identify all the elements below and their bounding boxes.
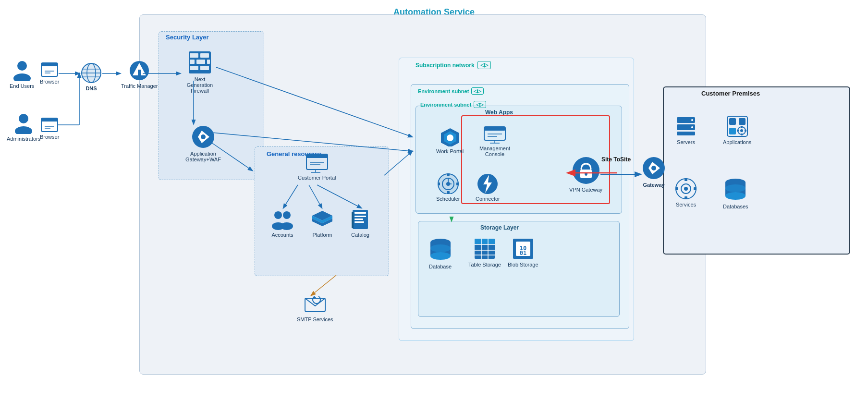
svg-rect-114 <box>685 178 687 181</box>
site-to-site-label: Site ToSite <box>601 156 631 163</box>
blob-storage-label: Blob Storage <box>508 262 538 267</box>
work-portal-label: Work Portal <box>436 148 464 154</box>
svg-point-0 <box>17 61 27 71</box>
platform-node: Platform <box>311 209 333 238</box>
browser1-icon <box>41 62 58 77</box>
browser1-node: Browser <box>40 62 59 85</box>
end-users-icon <box>12 60 32 81</box>
accounts-icon <box>271 209 293 230</box>
svg-rect-24 <box>200 53 209 58</box>
vpn-gateway-node: VPN Gateway <box>569 156 602 193</box>
scheduler-icon <box>437 173 459 194</box>
svg-point-118 <box>684 187 688 191</box>
svg-rect-47 <box>355 212 366 214</box>
browser2-label: Browser <box>40 134 59 140</box>
subscription-network-label: Subscription network ◁▷ <box>416 61 491 69</box>
app-gateway-icon <box>191 125 215 149</box>
svg-point-42 <box>281 222 293 230</box>
applications-label: Applications <box>723 139 751 145</box>
catalog-icon <box>351 209 370 230</box>
table-storage-icon <box>474 238 496 260</box>
svg-rect-29 <box>200 66 209 70</box>
svg-point-32 <box>201 134 206 139</box>
accounts-node: Accounts <box>271 209 293 238</box>
services-icon <box>675 178 697 200</box>
customer-portal-icon <box>306 154 328 173</box>
next-gen-firewall-node: Next Generation Firewall <box>181 50 219 94</box>
dns-node: DNS <box>81 62 102 91</box>
servers-node: Servers <box>675 115 697 145</box>
work-portal-icon <box>439 127 461 146</box>
databases-node: Databases <box>723 178 748 209</box>
management-console-node: Management Console <box>476 126 514 157</box>
customer-portal-label: Customer Portal <box>298 175 336 181</box>
applications-icon <box>726 115 748 137</box>
browser2-icon <box>41 118 58 132</box>
smtp-services-label: SMTP Services <box>297 316 333 322</box>
management-console-icon <box>484 126 506 144</box>
vpn-gateway-icon <box>572 156 600 185</box>
security-layer-label: Security Layer <box>166 34 209 41</box>
svg-rect-26 <box>196 60 205 64</box>
svg-rect-111 <box>729 128 736 134</box>
svg-point-21 <box>138 66 141 69</box>
servers-icon <box>675 115 697 137</box>
svg-rect-110 <box>745 130 746 132</box>
administrators-label: Administrators <box>7 136 40 142</box>
customer-premises-label: Customer Premises <box>701 90 760 97</box>
platform-icon <box>311 209 333 230</box>
svg-rect-50 <box>355 221 364 223</box>
svg-rect-28 <box>190 66 198 70</box>
svg-rect-65 <box>447 191 450 194</box>
table-storage-node: Table Storage <box>468 238 501 267</box>
svg-rect-103 <box>729 118 736 125</box>
svg-point-100 <box>691 119 693 121</box>
svg-rect-56 <box>484 127 505 131</box>
diagram-area: Automation Service Security Layer Genera… <box>0 2 868 391</box>
svg-rect-49 <box>355 219 363 220</box>
catalog-label: Catalog <box>351 232 369 238</box>
svg-rect-99 <box>677 132 695 135</box>
blob-storage-node: 10 01 Blob Storage <box>508 238 538 267</box>
servers-label: Servers <box>677 139 695 145</box>
env-subnet-outer-label: Environment subnet ◁▷ <box>418 87 484 95</box>
svg-rect-116 <box>675 187 678 190</box>
svg-text:01: 01 <box>520 250 526 256</box>
next-gen-firewall-label: Next Generation Firewall <box>181 76 219 94</box>
svg-rect-107 <box>741 126 743 128</box>
svg-rect-25 <box>190 60 195 64</box>
next-gen-firewall-icon <box>188 50 212 74</box>
administrators-node: Administrators <box>7 113 40 142</box>
database-label: Database <box>429 264 452 269</box>
traffic-manager-icon <box>129 60 150 81</box>
database-node: Database <box>429 238 452 269</box>
end-users-node: End Users <box>10 60 34 89</box>
services-label: Services <box>676 202 696 207</box>
svg-rect-27 <box>207 60 210 64</box>
databases-icon <box>724 178 746 202</box>
blob-storage-icon: 10 01 <box>512 238 534 260</box>
dns-label: DNS <box>86 85 97 91</box>
svg-rect-48 <box>355 216 366 217</box>
gateway-icon <box>642 156 666 180</box>
svg-rect-9 <box>41 118 58 122</box>
vpn-gateway-label: VPN Gateway <box>569 187 602 193</box>
svg-rect-115 <box>685 196 687 199</box>
web-apps-label: Web Apps <box>485 109 513 116</box>
scheduler-node: Scheduler <box>436 173 460 202</box>
svg-point-101 <box>691 126 693 128</box>
databases-label: Databases <box>723 204 748 209</box>
svg-point-3 <box>15 126 32 134</box>
svg-point-40 <box>283 211 291 219</box>
administrators-icon <box>14 113 33 134</box>
smtp-services-node: SMTP Services <box>297 295 333 322</box>
svg-rect-64 <box>447 173 450 176</box>
services-node: Services <box>675 178 697 207</box>
end-users-label: End Users <box>10 83 34 89</box>
svg-rect-78 <box>475 239 495 244</box>
env-subnet-inner-label: Environment subnet ◁▷ <box>420 101 486 108</box>
traffic-manager-node: Traffic Manager <box>121 60 158 89</box>
gateway-node: Gateway <box>642 156 666 188</box>
svg-point-17 <box>82 63 101 83</box>
svg-rect-104 <box>739 118 746 125</box>
